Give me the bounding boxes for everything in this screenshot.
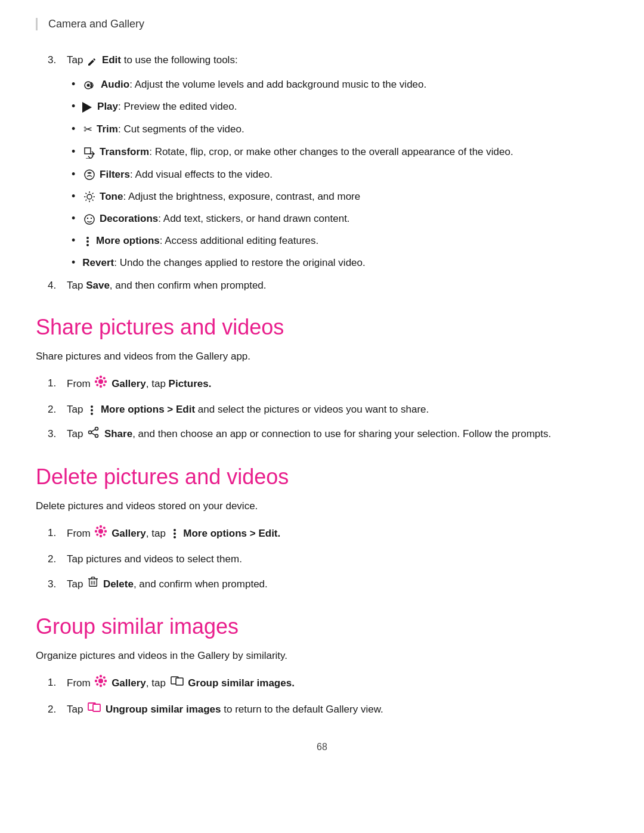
page: Camera and Gallery 3. Tap Edit to use th… [0, 0, 644, 833]
group-steps: 1. From Gallery, tap [48, 674, 608, 718]
tool-filters: Filters: Add visual effects to the video… [72, 166, 608, 182]
svg-point-33 [95, 530, 97, 532]
delete-step-3: 3. Tap Delete, and confirm when p [48, 576, 608, 593]
delete-step-1: 1. From Gallery, tap [48, 525, 608, 543]
step-4-save: 4. Tap Save, and then confirm when promp… [48, 277, 608, 293]
edit-tools-list: Audio: Adjust the volume levels and add … [72, 76, 608, 271]
tool-transform: Transform: Rotate, flip, crop, or make o… [72, 144, 608, 160]
svg-point-18 [100, 385, 102, 388]
svg-line-11 [92, 193, 94, 194]
svg-point-4 [87, 194, 92, 199]
svg-point-30 [98, 529, 103, 534]
svg-rect-2 [85, 148, 91, 154]
tool-trim: ✂ Trim: Cut segments of the video. [72, 121, 608, 138]
svg-point-37 [97, 534, 99, 536]
tool-filters-label: Filters [100, 169, 130, 180]
tool-decorations-label: Decorations [100, 213, 158, 224]
svg-point-16 [98, 379, 103, 384]
page-header: Camera and Gallery [36, 18, 608, 30]
svg-rect-59 [93, 704, 100, 711]
svg-point-54 [97, 683, 99, 686]
svg-point-17 [100, 376, 102, 378]
svg-point-53 [103, 677, 106, 679]
svg-line-28 [91, 429, 95, 432]
tool-transform-label: Transform [100, 146, 149, 157]
tool-audio: Audio: Adjust the volume levels and add … [72, 76, 608, 92]
share-step-3: 3. Tap Share, and then choose an app or … [48, 426, 608, 443]
tool-play-label: Play [97, 101, 118, 112]
svg-point-23 [97, 384, 99, 386]
share-step-1: 1. From Gallery, tap [48, 375, 608, 393]
svg-line-29 [91, 433, 95, 435]
trash-icon [88, 576, 98, 593]
svg-point-24 [103, 384, 106, 386]
save-bold: Save [86, 280, 110, 291]
galaxy-icon-group-1 [94, 674, 107, 692]
tool-more-options: More options: Access additional editing … [72, 233, 608, 249]
delete-step-2: 2. Tap pictures and videos to select the… [48, 551, 608, 567]
svg-point-22 [103, 377, 106, 379]
tool-revert: Revert: Undo the changes applied to rest… [72, 255, 608, 271]
group-step-2: 2. Tap Ungroup similar images to return … [48, 701, 608, 719]
decorations-icon [83, 213, 95, 225]
group-icon [171, 675, 184, 692]
galaxy-icon-share-1 [94, 375, 107, 393]
share-icon [88, 426, 100, 443]
svg-point-19 [95, 380, 97, 383]
svg-point-36 [103, 527, 106, 529]
tool-decorations: Decorations: Add text, stickers, or hand… [72, 210, 608, 227]
svg-line-10 [92, 200, 94, 201]
svg-point-50 [95, 680, 97, 682]
svg-line-12 [86, 200, 87, 201]
transform-icon [83, 147, 95, 159]
svg-line-9 [86, 193, 87, 194]
delete-steps: 1. From Gallery, tap [48, 525, 608, 593]
tool-tone: Tone: Adjust the brightness, exposure, c… [72, 188, 608, 205]
svg-rect-57 [176, 678, 183, 685]
audio-icon [83, 79, 97, 91]
tool-more-options-label: More options [96, 235, 160, 246]
svg-point-31 [100, 525, 102, 528]
tool-audio-label: Audio [101, 79, 129, 90]
share-intro: Share pictures and videos from the Galle… [36, 348, 608, 364]
play-icon [82, 102, 92, 113]
edit-bold: Edit [102, 54, 121, 66]
svg-point-47 [98, 679, 103, 683]
step-3-edit: 3. Tap Edit to use the following tools: [48, 52, 608, 68]
page-header-title: Camera and Gallery [48, 18, 144, 30]
svg-point-14 [87, 217, 88, 218]
share-steps: 1. From Gallery, tap [48, 375, 608, 443]
page-number: 68 [36, 742, 608, 753]
more-options-icon [83, 236, 92, 247]
scissors-icon: ✂ [83, 121, 92, 138]
svg-point-52 [97, 677, 99, 679]
svg-point-51 [104, 680, 107, 682]
step-3-text: Tap Edit to use the following tools: [67, 52, 608, 68]
step-4-text: Tap Save, and then confirm when prompted… [67, 277, 608, 293]
group-heading: Group similar images [36, 614, 608, 639]
tool-revert-label: Revert [82, 257, 114, 268]
group-step-1: 1. From Gallery, tap [48, 674, 608, 692]
more-options-icon-2 [88, 405, 96, 416]
svg-point-21 [97, 377, 99, 379]
svg-point-34 [104, 530, 107, 532]
svg-point-49 [100, 685, 102, 687]
svg-point-26 [95, 434, 98, 437]
svg-point-48 [100, 675, 102, 677]
svg-point-32 [100, 535, 102, 537]
filters-icon [83, 169, 95, 181]
share-heading: Share pictures and videos [36, 315, 608, 340]
svg-point-13 [85, 215, 94, 224]
ungroup-icon [88, 701, 101, 718]
edit-icon [87, 55, 98, 66]
galaxy-icon-delete-1 [94, 525, 107, 543]
delete-intro: Delete pictures and videos stored on you… [36, 498, 608, 514]
svg-point-25 [95, 427, 98, 430]
svg-point-35 [97, 527, 99, 529]
svg-point-38 [103, 534, 106, 536]
tool-play: Play: Preview the edited video. [72, 98, 608, 114]
svg-point-55 [103, 683, 106, 686]
svg-point-20 [104, 380, 107, 383]
svg-point-27 [89, 431, 92, 433]
svg-point-1 [87, 83, 90, 86]
